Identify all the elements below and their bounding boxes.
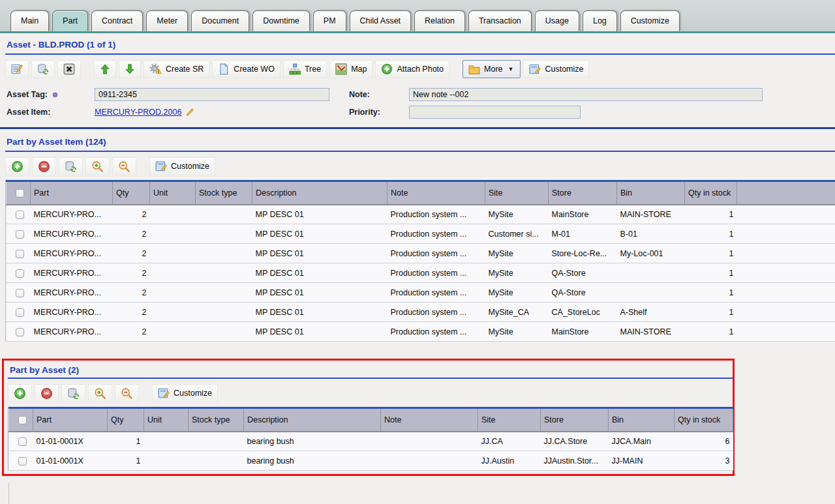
database-refresh-button[interactable] <box>59 157 83 175</box>
part-by-asset-title: Part by Asset (2) <box>4 362 733 378</box>
column-header-qty[interactable]: Qty <box>108 408 144 432</box>
column-header-part[interactable]: Part <box>33 408 108 432</box>
column-header-note[interactable]: Note <box>381 408 478 432</box>
tab-usage[interactable]: Usage <box>535 10 579 31</box>
note-field[interactable] <box>409 88 763 101</box>
add-icon <box>14 387 26 400</box>
column-header-stock-type[interactable]: Stock type <box>189 408 244 432</box>
grid-customize-button[interactable]: Customize <box>149 157 215 175</box>
create-wo-button[interactable]: Create WO <box>212 60 281 78</box>
column-header-part[interactable]: Part <box>31 181 113 205</box>
cell-stock-type <box>196 224 252 244</box>
tab-meter[interactable]: Meter <box>146 10 188 31</box>
asset-tag-field[interactable] <box>95 88 329 101</box>
column-header-store[interactable]: Store <box>541 408 609 432</box>
column-header-qty-in-stock[interactable]: Qty in stock <box>675 408 733 432</box>
cell-site: MySite <box>485 283 549 303</box>
column-header-qty[interactable]: Qty <box>113 181 150 205</box>
cell-filler <box>737 283 835 303</box>
zoom-out-button[interactable] <box>115 384 139 402</box>
column-header-description[interactable]: Description <box>252 181 387 205</box>
cell-qty-in-stock: 1 <box>685 224 737 244</box>
zoom-in-button[interactable] <box>85 157 110 175</box>
gear-warning-icon <box>149 63 162 75</box>
cell-filler <box>737 224 835 244</box>
zoom-in-button[interactable] <box>88 384 112 402</box>
zoom-out-icon <box>118 160 130 173</box>
tab-child-asset[interactable]: Child Asset <box>350 10 412 31</box>
table-row: MERCURY-PRO...2MP DESC 01Production syst… <box>7 224 835 244</box>
cell-qty: 2 <box>113 205 150 224</box>
refresh-button[interactable] <box>31 60 55 78</box>
tree-button[interactable]: Tree <box>283 60 327 78</box>
remove-button[interactable] <box>35 384 59 402</box>
cell-store: QA-Store <box>549 283 617 303</box>
column-header-note[interactable]: Note <box>387 181 485 205</box>
cell-bin: MAIN-STORE <box>617 205 685 224</box>
cell-description: MP DESC 01 <box>252 283 387 303</box>
tab-main[interactable]: Main <box>10 10 49 31</box>
row-checkbox[interactable] <box>16 211 24 219</box>
row-checkbox[interactable] <box>16 230 24 239</box>
cell-qty: 2 <box>113 244 150 263</box>
previous-record-button[interactable] <box>94 60 116 78</box>
remove-button[interactable] <box>32 157 56 175</box>
asset-item-link[interactable]: MERCURY-PROD.2006 <box>95 108 181 117</box>
asset-item-label: Asset Item: <box>7 108 95 117</box>
cell-description: MP DESC 01 <box>252 322 387 342</box>
grid-customize-button[interactable]: Customize <box>152 384 218 402</box>
tab-pm[interactable]: PM <box>313 10 346 31</box>
row-checkbox[interactable] <box>16 289 24 297</box>
column-header-unit[interactable]: Unit <box>150 181 196 205</box>
map-button[interactable]: Map <box>329 60 372 78</box>
customize-button[interactable]: Customize <box>523 60 589 78</box>
row-checkbox[interactable] <box>16 269 24 278</box>
tab-part[interactable]: Part <box>52 10 88 31</box>
table-row: MERCURY-PRO...2MP DESC 01Production syst… <box>7 283 835 303</box>
cell-select <box>9 451 33 471</box>
priority-field[interactable] <box>409 106 581 119</box>
edit-view-button[interactable] <box>5 60 29 78</box>
next-record-button[interactable] <box>119 60 141 78</box>
column-header-bin[interactable]: Bin <box>609 408 675 432</box>
database-refresh-icon <box>37 63 49 75</box>
create-sr-button[interactable]: Create SR <box>144 60 209 78</box>
column-header-site[interactable]: Site <box>485 181 549 205</box>
more-button[interactable]: More ▼ <box>463 60 521 78</box>
delete-button[interactable] <box>57 60 81 78</box>
tab-relation[interactable]: Relation <box>414 10 465 31</box>
cell-note: Production system ... <box>387 263 485 283</box>
row-checkbox[interactable] <box>16 250 24 258</box>
database-refresh-button[interactable] <box>61 384 85 402</box>
select-all-checkbox[interactable] <box>16 189 24 198</box>
add-button[interactable] <box>8 384 32 402</box>
row-checkbox[interactable] <box>18 437 27 446</box>
select-all-checkbox[interactable] <box>18 416 27 424</box>
cell-site: JJ.Austin <box>478 451 541 471</box>
cell-site: MySite_CA <box>485 303 549 322</box>
zoom-out-button[interactable] <box>112 157 136 175</box>
row-checkbox[interactable] <box>18 457 27 466</box>
column-header-stock-type[interactable]: Stock type <box>196 181 252 205</box>
tab-customize[interactable]: Customize <box>620 10 680 31</box>
tab-document[interactable]: Document <box>191 10 249 31</box>
cell-description: MP DESC 01 <box>252 205 387 224</box>
cell-site: MySite <box>485 205 549 224</box>
column-header-description[interactable]: Description <box>244 408 381 432</box>
cell-stock-type <box>196 263 252 283</box>
column-header-bin[interactable]: Bin <box>617 181 685 205</box>
row-checkbox[interactable] <box>16 328 24 336</box>
tab-log[interactable]: Log <box>583 10 617 31</box>
tab-downtime[interactable]: Downtime <box>252 10 310 31</box>
tab-transaction[interactable]: Transaction <box>468 10 532 31</box>
column-header-qty-in-stock[interactable]: Qty in stock <box>685 181 737 205</box>
row-checkbox[interactable] <box>16 308 24 317</box>
attach-photo-button[interactable]: Attach Photo <box>375 60 449 78</box>
tab-contract[interactable]: Contract <box>91 10 143 31</box>
pencil-icon[interactable] <box>185 108 194 117</box>
add-button[interactable] <box>5 157 29 175</box>
column-header-store[interactable]: Store <box>549 181 617 205</box>
column-header-site[interactable]: Site <box>478 408 541 432</box>
customize-icon <box>158 387 170 399</box>
column-header-unit[interactable]: Unit <box>144 408 189 432</box>
